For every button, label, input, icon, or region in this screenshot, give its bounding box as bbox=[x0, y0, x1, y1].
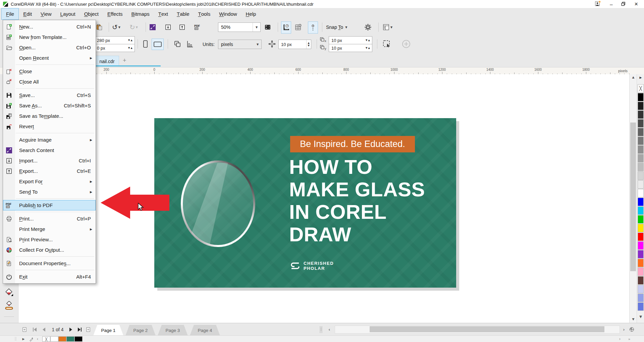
menubar-item-layout[interactable]: Layout bbox=[56, 8, 80, 20]
first-page-button[interactable] bbox=[31, 323, 38, 336]
color-swatch[interactable] bbox=[638, 172, 644, 180]
color-swatch[interactable] bbox=[638, 198, 644, 206]
all-page-sizes-button[interactable] bbox=[184, 39, 196, 49]
doc-color-swatch[interactable] bbox=[58, 336, 66, 342]
page-tab-page-4[interactable]: Page 4 bbox=[190, 325, 220, 336]
document-tab[interactable]: nail.cdr bbox=[95, 56, 119, 66]
color-swatch[interactable] bbox=[638, 294, 644, 302]
menubar-item-window[interactable]: Window bbox=[215, 8, 241, 20]
menubar-item-bitmaps[interactable]: Bitmaps bbox=[127, 8, 154, 20]
duplicate-distance-x-field[interactable]: 10 px ▼ ▲ bbox=[329, 36, 372, 44]
color-swatch[interactable] bbox=[638, 267, 644, 276]
file-menu-item-publish-to-pdf[interactable]: PDFPublish to PDF bbox=[3, 200, 96, 210]
search-content-button[interactable] bbox=[150, 21, 156, 33]
menubar-item-view[interactable]: View bbox=[36, 8, 56, 20]
dropdown-arrow-icon[interactable]: ▼ bbox=[390, 26, 392, 29]
zoom-dropdown-arrow[interactable]: ▼ bbox=[253, 23, 260, 32]
color-swatch[interactable] bbox=[638, 145, 644, 154]
doc-color-swatch[interactable] bbox=[74, 336, 83, 342]
color-swatch[interactable] bbox=[638, 128, 644, 136]
redo-button[interactable]: ↻▼ bbox=[129, 21, 138, 33]
units-select[interactable]: pixels ▼ bbox=[218, 40, 262, 49]
color-swatch[interactable] bbox=[638, 224, 644, 232]
publish-pdf-button[interactable]: PDF bbox=[194, 21, 201, 33]
page-tab-page-1[interactable]: Page 1 bbox=[93, 325, 123, 336]
color-swatch[interactable] bbox=[638, 189, 644, 197]
palette-grip[interactable] bbox=[13, 336, 18, 342]
palette-options-icon[interactable] bbox=[628, 323, 635, 336]
close-button[interactable]: × bbox=[634, 1, 638, 7]
menubar-item-edit[interactable]: Edit bbox=[19, 8, 36, 20]
color-swatch[interactable] bbox=[638, 110, 644, 119]
color-swatch[interactable] bbox=[638, 233, 644, 241]
palette-eyedropper-icon[interactable] bbox=[28, 336, 34, 342]
doc-color-swatch[interactable] bbox=[50, 336, 58, 342]
file-menu-item-print-merge[interactable]: Print Merge▶ bbox=[3, 224, 96, 234]
restore-button[interactable] bbox=[621, 2, 626, 7]
nudge-offset-field[interactable]: 10 px ▲▼ bbox=[278, 40, 311, 49]
scroll-up-button[interactable]: ▲ bbox=[630, 74, 637, 80]
file-menu-item-import[interactable]: Import...Ctrl+I bbox=[3, 155, 96, 166]
file-menu-item-save[interactable]: Save...Ctrl+S bbox=[3, 90, 96, 100]
file-menu-item-export[interactable]: Export...Ctrl+E bbox=[3, 166, 96, 176]
color-swatch[interactable] bbox=[638, 119, 644, 128]
duplicate-x-spinner[interactable]: ▼ ▲ bbox=[364, 39, 372, 42]
file-menu-item-export-for[interactable]: Export For▶ bbox=[3, 176, 96, 187]
hscroll-right-button[interactable]: › bbox=[621, 323, 627, 336]
color-swatch[interactable] bbox=[638, 215, 644, 224]
previous-page-button[interactable] bbox=[40, 323, 48, 336]
doc-palette-scroll-left[interactable]: ‹ bbox=[35, 336, 40, 342]
show-rulers-button[interactable] bbox=[281, 21, 291, 34]
last-page-button[interactable] bbox=[76, 323, 83, 336]
color-swatch-none[interactable]: ╳ bbox=[638, 84, 644, 93]
palette-scroll-down[interactable]: ▼ bbox=[637, 313, 644, 320]
next-page-button[interactable] bbox=[67, 323, 74, 336]
new-document-tab-button[interactable]: + bbox=[123, 57, 126, 64]
file-menu-item-send-to[interactable]: Send To▶ bbox=[3, 187, 96, 197]
file-menu-item-close[interactable]: Close bbox=[3, 66, 96, 77]
nudge-spinner[interactable]: ▲▼ bbox=[306, 40, 311, 49]
duplicate-distance-y-field[interactable]: 10 px ▼ ▲ bbox=[329, 44, 372, 52]
file-menu-item-search-content[interactable]: Search Content bbox=[3, 145, 96, 155]
menubar-item-table[interactable]: Table bbox=[172, 8, 194, 20]
doc-palette-overflow[interactable]: » bbox=[626, 336, 633, 342]
color-swatch[interactable] bbox=[638, 259, 644, 267]
snap-to-button[interactable]: Snap To▼ bbox=[326, 21, 347, 33]
user-account-icon[interactable] bbox=[595, 0, 601, 8]
show-grid-button[interactable] bbox=[294, 21, 302, 33]
page-tab-page-2[interactable]: Page 2 bbox=[125, 325, 156, 336]
interactive-fill-tool[interactable] bbox=[3, 286, 15, 298]
file-menu-item-exit[interactable]: ExitAlt+F4 bbox=[3, 272, 96, 282]
show-guidelines-button[interactable] bbox=[308, 21, 318, 34]
file-menu-item-print-preview[interactable]: Print Preview... bbox=[3, 234, 96, 245]
menubar-item-tools[interactable]: Tools bbox=[194, 8, 215, 20]
file-menu-item-new[interactable]: New...Ctrl+N bbox=[3, 21, 96, 32]
file-menu-item-open[interactable]: Open...Ctrl+O bbox=[3, 42, 96, 53]
file-menu-item-save-as[interactable]: Save As...Ctrl+Shift+S bbox=[3, 100, 96, 111]
duplicate-y-spinner[interactable]: ▼ ▲ bbox=[364, 47, 372, 49]
width-spinner[interactable]: ▼ ▲ bbox=[126, 39, 135, 42]
add-page-before-button[interactable] bbox=[21, 323, 28, 336]
file-menu-item-collect-for-output[interactable]: Collect For Output... bbox=[3, 245, 96, 255]
dropdown-arrow-icon[interactable]: ▼ bbox=[136, 26, 138, 29]
full-screen-preview-button[interactable] bbox=[264, 21, 271, 33]
horizontal-scroll-thumb[interactable] bbox=[370, 326, 604, 332]
color-swatch[interactable] bbox=[638, 137, 644, 145]
zoom-level-combo[interactable]: 50%▼ bbox=[218, 21, 261, 33]
file-menu-item-open-recent[interactable]: Open Recent▶ bbox=[3, 53, 96, 63]
color-swatch[interactable] bbox=[638, 285, 644, 293]
height-spinner[interactable]: ▼ ▲ bbox=[126, 47, 135, 49]
menubar-item-file[interactable]: File bbox=[1, 8, 19, 20]
menubar-item-text[interactable]: Text bbox=[154, 8, 172, 20]
hscroll-left-button[interactable]: ‹ bbox=[326, 323, 333, 336]
treat-as-filled-button[interactable] bbox=[380, 38, 393, 50]
menubar-item-object[interactable]: Object bbox=[80, 8, 103, 20]
file-menu-item-new-from-template[interactable]: New from Template... bbox=[3, 32, 96, 42]
file-menu-item-revert[interactable]: Revert bbox=[3, 121, 96, 132]
thumbnail-artwork[interactable]: Be Inspired. Be Educated. HOW TOMAKE GLA… bbox=[154, 118, 456, 288]
add-page-after-button[interactable] bbox=[85, 323, 92, 336]
dropdown-arrow-icon[interactable]: ▼ bbox=[118, 26, 120, 29]
vertical-scroll-thumb[interactable] bbox=[630, 123, 636, 271]
landscape-button[interactable] bbox=[152, 39, 164, 50]
vertical-scrollbar[interactable]: ▲ ▼ bbox=[629, 74, 637, 323]
